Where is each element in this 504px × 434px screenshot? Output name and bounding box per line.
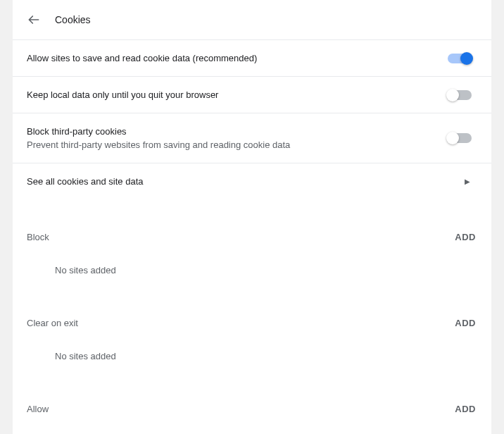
cookies-settings-panel: Cookies Allow sites to save and read coo… [13, 0, 491, 434]
see-all-cookies-link[interactable]: See all cookies and site data ▶ [13, 163, 491, 199]
section-block-header: Block ADD [13, 199, 491, 255]
page-title: Cookies [55, 14, 91, 25]
toggle-keep-local[interactable] [448, 90, 472, 100]
toggle-knob [460, 52, 473, 65]
add-block-button[interactable]: ADD [453, 228, 477, 247]
add-clear-button[interactable]: ADD [453, 314, 477, 333]
setting-label: Keep local data only until you quit your… [27, 89, 448, 100]
section-title: Allow [27, 404, 49, 414]
block-empty-message: No sites added [13, 255, 491, 285]
clear-empty-message: No sites added [13, 341, 491, 371]
section-title: Block [27, 232, 49, 242]
section-title: Clear on exit [27, 318, 78, 328]
setting-label: Block third-party cookies Prevent third-… [27, 126, 448, 150]
chevron-right-icon: ▶ [465, 178, 477, 185]
setting-label: Allow sites to save and read cookie data… [27, 53, 448, 63]
toggle-allow-save[interactable] [448, 54, 472, 63]
setting-keep-local-row: Keep local data only until you quit your… [13, 77, 491, 113]
header: Cookies [13, 0, 491, 39]
back-arrow-icon[interactable] [27, 13, 41, 27]
toggle-knob [446, 132, 459, 144]
section-allow-header: Allow ADD [13, 371, 491, 427]
toggle-block-third[interactable] [448, 133, 472, 143]
setting-allow-save-row: Allow sites to save and read cookie data… [13, 39, 491, 77]
toggle-knob [446, 89, 459, 101]
add-allow-button[interactable]: ADD [453, 399, 477, 418]
setting-block-third-row: Block third-party cookies Prevent third-… [13, 113, 491, 163]
section-clear-header: Clear on exit ADD [13, 285, 491, 341]
allow-empty-message: No sites added [13, 427, 491, 434]
